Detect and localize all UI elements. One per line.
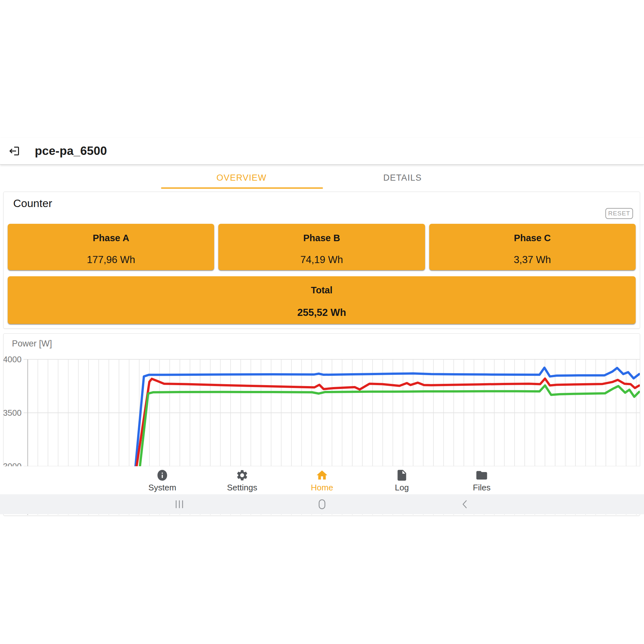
tab-bar: OVERVIEW DETAILS — [0, 165, 644, 191]
folder-icon — [475, 469, 488, 482]
chart-line-green — [139, 385, 639, 475]
exit-icon[interactable] — [8, 145, 20, 157]
page-title: pce-pa_6500 — [35, 144, 107, 158]
bottom-navigation: System Settings Home Log — [0, 466, 644, 494]
nav-label-files: Files — [473, 483, 491, 493]
phase-c-value: 3,37 Wh — [514, 254, 551, 266]
nav-item-log[interactable]: Log — [362, 466, 442, 494]
nav-item-home[interactable]: Home — [282, 466, 362, 494]
nav-item-settings[interactable]: Settings — [202, 466, 282, 494]
phase-row: Phase A 177,96 Wh Phase B 74,19 Wh Phase… — [8, 224, 636, 270]
tab-overview[interactable]: OVERVIEW — [161, 165, 322, 191]
phase-c-box: Phase C 3,37 Wh — [429, 224, 636, 270]
tabs-container: OVERVIEW DETAILS — [161, 165, 483, 191]
home-circle-icon[interactable] — [317, 499, 327, 509]
total-box: Total 255,52 Wh — [8, 276, 636, 324]
chart-ytick-label: 3500 — [4, 408, 22, 418]
app-screen: pce-pa_6500 OVERVIEW DETAILS Counter RES… — [0, 0, 644, 644]
chart-title: Power [W] — [12, 339, 52, 349]
chart-ytick-label: 4000 — [4, 355, 22, 364]
app-bar: pce-pa_6500 — [0, 138, 644, 165]
counter-card: Counter RESET Phase A 177,96 Wh Phase B … — [3, 192, 640, 329]
total-value: 255,52 Wh — [297, 307, 346, 318]
nav-label-system: System — [148, 483, 176, 493]
phase-a-box: Phase A 177,96 Wh — [8, 224, 214, 270]
phase-b-box: Phase B 74,19 Wh — [218, 224, 425, 270]
counter-card-title: Counter — [13, 197, 52, 210]
back-icon[interactable] — [460, 499, 470, 509]
phase-a-label: Phase A — [93, 233, 129, 243]
nav-label-settings: Settings — [227, 483, 257, 493]
gear-icon — [236, 469, 249, 482]
phase-a-value: 177,96 Wh — [87, 254, 135, 266]
recent-apps-icon[interactable] — [174, 499, 185, 509]
active-tab-indicator — [161, 187, 323, 189]
phase-c-label: Phase C — [514, 233, 551, 243]
nav-label-home: Home — [311, 483, 333, 493]
phase-b-label: Phase B — [303, 233, 340, 243]
tab-details[interactable]: DETAILS — [322, 165, 483, 191]
total-label: Total — [311, 285, 332, 296]
document-icon — [395, 469, 408, 482]
bottom-navigation-inner: System Settings Home Log — [122, 466, 522, 494]
android-navigation-bar — [0, 494, 644, 514]
reset-button[interactable]: RESET — [605, 208, 633, 219]
phase-b-value: 74,19 Wh — [300, 254, 343, 266]
nav-item-files[interactable]: Files — [442, 466, 522, 494]
home-icon — [316, 469, 328, 482]
nav-item-system[interactable]: System — [122, 466, 202, 494]
info-icon — [156, 469, 169, 482]
nav-label-log: Log — [395, 483, 409, 493]
exit-icon-svg — [8, 145, 20, 157]
